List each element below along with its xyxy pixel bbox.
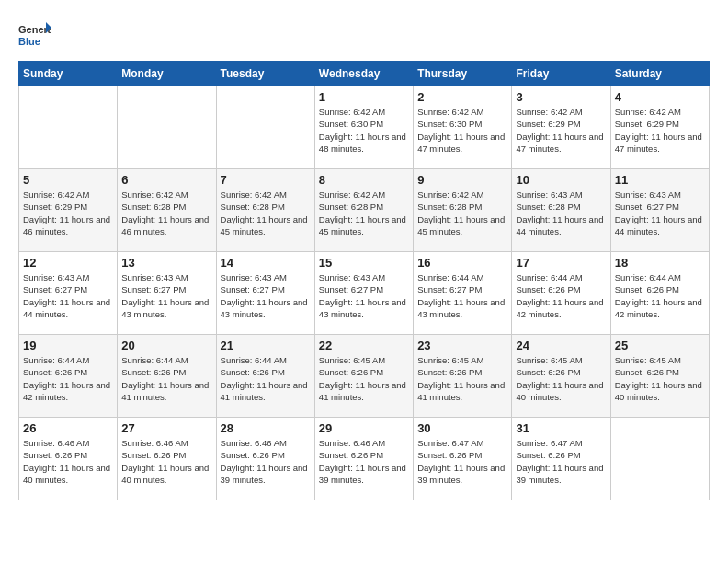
- day-info: Sunrise: 6:46 AMSunset: 6:26 PMDaylight:…: [121, 437, 211, 486]
- weekday-header-monday: Monday: [118, 62, 216, 86]
- day-info: Sunrise: 6:42 AMSunset: 6:30 PMDaylight:…: [417, 106, 507, 155]
- calendar-cell: [216, 86, 314, 169]
- day-info: Sunrise: 6:47 AMSunset: 6:26 PMDaylight:…: [417, 437, 507, 486]
- calendar-cell: [610, 418, 709, 500]
- calendar-cell: 31Sunrise: 6:47 AMSunset: 6:26 PMDayligh…: [512, 418, 610, 500]
- calendar-cell: 28Sunrise: 6:46 AMSunset: 6:26 PMDayligh…: [216, 418, 314, 500]
- calendar-week-3: 12Sunrise: 6:43 AMSunset: 6:27 PMDayligh…: [19, 252, 710, 335]
- day-info: Sunrise: 6:44 AMSunset: 6:26 PMDaylight:…: [121, 354, 211, 403]
- day-info: Sunrise: 6:45 AMSunset: 6:26 PMDaylight:…: [615, 354, 705, 403]
- calendar-week-5: 26Sunrise: 6:46 AMSunset: 6:26 PMDayligh…: [19, 418, 710, 500]
- day-number: 26: [23, 421, 113, 435]
- day-info: Sunrise: 6:45 AMSunset: 6:26 PMDaylight:…: [516, 354, 606, 403]
- calendar-cell: 11Sunrise: 6:43 AMSunset: 6:27 PMDayligh…: [610, 169, 709, 252]
- weekday-header-saturday: Saturday: [610, 62, 709, 86]
- calendar-cell: 25Sunrise: 6:45 AMSunset: 6:26 PMDayligh…: [610, 335, 709, 418]
- day-info: Sunrise: 6:46 AMSunset: 6:26 PMDaylight:…: [23, 437, 113, 486]
- day-number: 3: [516, 90, 606, 104]
- day-number: 15: [319, 256, 409, 270]
- calendar-cell: 24Sunrise: 6:45 AMSunset: 6:26 PMDayligh…: [512, 335, 610, 418]
- day-info: Sunrise: 6:44 AMSunset: 6:27 PMDaylight:…: [417, 271, 507, 320]
- day-number: 22: [319, 339, 409, 352]
- weekday-header-thursday: Thursday: [414, 62, 512, 86]
- calendar-week-4: 19Sunrise: 6:44 AMSunset: 6:26 PMDayligh…: [19, 335, 710, 418]
- day-number: 16: [417, 256, 507, 270]
- day-info: Sunrise: 6:42 AMSunset: 6:29 PMDaylight:…: [23, 189, 113, 237]
- day-number: 1: [319, 90, 409, 104]
- calendar-cell: 17Sunrise: 6:44 AMSunset: 6:26 PMDayligh…: [512, 252, 610, 335]
- calendar-cell: 21Sunrise: 6:44 AMSunset: 6:26 PMDayligh…: [216, 335, 314, 418]
- day-number: 24: [516, 339, 606, 352]
- weekday-header-friday: Friday: [512, 62, 610, 86]
- day-number: 20: [121, 339, 211, 352]
- calendar-cell: 10Sunrise: 6:43 AMSunset: 6:28 PMDayligh…: [512, 169, 610, 252]
- weekday-header-sunday: Sunday: [19, 62, 118, 86]
- day-info: Sunrise: 6:42 AMSunset: 6:29 PMDaylight:…: [516, 106, 606, 155]
- day-number: 30: [417, 421, 507, 435]
- day-info: Sunrise: 6:44 AMSunset: 6:26 PMDaylight:…: [615, 271, 705, 320]
- day-info: Sunrise: 6:42 AMSunset: 6:28 PMDaylight:…: [417, 189, 507, 237]
- day-info: Sunrise: 6:43 AMSunset: 6:27 PMDaylight:…: [121, 271, 211, 320]
- logo-bird-icon: General Blue: [18, 18, 51, 52]
- calendar-cell: 18Sunrise: 6:44 AMSunset: 6:26 PMDayligh…: [610, 252, 709, 335]
- weekday-header-wednesday: Wednesday: [314, 62, 413, 86]
- calendar-cell: 13Sunrise: 6:43 AMSunset: 6:27 PMDayligh…: [118, 252, 216, 335]
- day-number: 23: [417, 339, 507, 352]
- calendar-cell: 3Sunrise: 6:42 AMSunset: 6:29 PMDaylight…: [512, 86, 610, 169]
- day-number: 29: [319, 421, 409, 435]
- day-number: 27: [121, 421, 211, 435]
- day-info: Sunrise: 6:42 AMSunset: 6:30 PMDaylight:…: [319, 106, 409, 155]
- day-info: Sunrise: 6:44 AMSunset: 6:26 PMDaylight:…: [221, 354, 311, 403]
- calendar-cell: 14Sunrise: 6:43 AMSunset: 6:27 PMDayligh…: [216, 252, 314, 335]
- day-info: Sunrise: 6:42 AMSunset: 6:28 PMDaylight:…: [221, 189, 311, 237]
- calendar-cell: [118, 86, 216, 169]
- day-number: 10: [516, 173, 606, 187]
- day-info: Sunrise: 6:43 AMSunset: 6:28 PMDaylight:…: [516, 189, 606, 237]
- logo: General Blue: [18, 18, 51, 52]
- svg-text:Blue: Blue: [18, 36, 40, 47]
- calendar-cell: [19, 86, 118, 169]
- day-info: Sunrise: 6:43 AMSunset: 6:27 PMDaylight:…: [615, 189, 705, 237]
- calendar-cell: 23Sunrise: 6:45 AMSunset: 6:26 PMDayligh…: [414, 335, 512, 418]
- day-number: 11: [615, 173, 705, 187]
- day-number: 8: [319, 173, 409, 187]
- weekday-header-tuesday: Tuesday: [216, 62, 314, 86]
- calendar-cell: 22Sunrise: 6:45 AMSunset: 6:26 PMDayligh…: [314, 335, 413, 418]
- day-info: Sunrise: 6:43 AMSunset: 6:27 PMDaylight:…: [23, 271, 113, 320]
- calendar-cell: 29Sunrise: 6:46 AMSunset: 6:26 PMDayligh…: [314, 418, 413, 500]
- day-number: 4: [615, 90, 705, 104]
- calendar-cell: 8Sunrise: 6:42 AMSunset: 6:28 PMDaylight…: [314, 169, 413, 252]
- day-info: Sunrise: 6:45 AMSunset: 6:26 PMDaylight:…: [417, 354, 507, 403]
- day-info: Sunrise: 6:45 AMSunset: 6:26 PMDaylight:…: [319, 354, 409, 403]
- calendar-cell: 6Sunrise: 6:42 AMSunset: 6:28 PMDaylight…: [118, 169, 216, 252]
- calendar-cell: 19Sunrise: 6:44 AMSunset: 6:26 PMDayligh…: [19, 335, 118, 418]
- page-header: General Blue: [18, 18, 710, 52]
- calendar-cell: 26Sunrise: 6:46 AMSunset: 6:26 PMDayligh…: [19, 418, 118, 500]
- calendar-cell: 7Sunrise: 6:42 AMSunset: 6:28 PMDaylight…: [216, 169, 314, 252]
- day-number: 6: [121, 173, 211, 187]
- day-number: 21: [221, 339, 311, 352]
- calendar-cell: 1Sunrise: 6:42 AMSunset: 6:30 PMDaylight…: [314, 86, 413, 169]
- day-number: 7: [221, 173, 311, 187]
- header-row: SundayMondayTuesdayWednesdayThursdayFrid…: [19, 62, 710, 86]
- day-info: Sunrise: 6:42 AMSunset: 6:28 PMDaylight:…: [319, 189, 409, 237]
- calendar-cell: 5Sunrise: 6:42 AMSunset: 6:29 PMDaylight…: [19, 169, 118, 252]
- day-info: Sunrise: 6:42 AMSunset: 6:28 PMDaylight:…: [121, 189, 211, 237]
- day-number: 19: [23, 339, 113, 352]
- day-info: Sunrise: 6:47 AMSunset: 6:26 PMDaylight:…: [516, 437, 606, 486]
- calendar-cell: 4Sunrise: 6:42 AMSunset: 6:29 PMDaylight…: [610, 86, 709, 169]
- day-info: Sunrise: 6:43 AMSunset: 6:27 PMDaylight:…: [319, 271, 409, 320]
- calendar-week-1: 1Sunrise: 6:42 AMSunset: 6:30 PMDaylight…: [19, 86, 710, 169]
- day-number: 18: [615, 256, 705, 270]
- day-info: Sunrise: 6:46 AMSunset: 6:26 PMDaylight:…: [221, 437, 311, 486]
- calendar-cell: 27Sunrise: 6:46 AMSunset: 6:26 PMDayligh…: [118, 418, 216, 500]
- day-number: 5: [23, 173, 113, 187]
- day-info: Sunrise: 6:42 AMSunset: 6:29 PMDaylight:…: [615, 106, 705, 155]
- day-number: 31: [516, 421, 606, 435]
- day-info: Sunrise: 6:46 AMSunset: 6:26 PMDaylight:…: [319, 437, 409, 486]
- calendar-cell: 12Sunrise: 6:43 AMSunset: 6:27 PMDayligh…: [19, 252, 118, 335]
- calendar-cell: 15Sunrise: 6:43 AMSunset: 6:27 PMDayligh…: [314, 252, 413, 335]
- day-number: 12: [23, 256, 113, 270]
- calendar-cell: 9Sunrise: 6:42 AMSunset: 6:28 PMDaylight…: [414, 169, 512, 252]
- calendar-cell: 16Sunrise: 6:44 AMSunset: 6:27 PMDayligh…: [414, 252, 512, 335]
